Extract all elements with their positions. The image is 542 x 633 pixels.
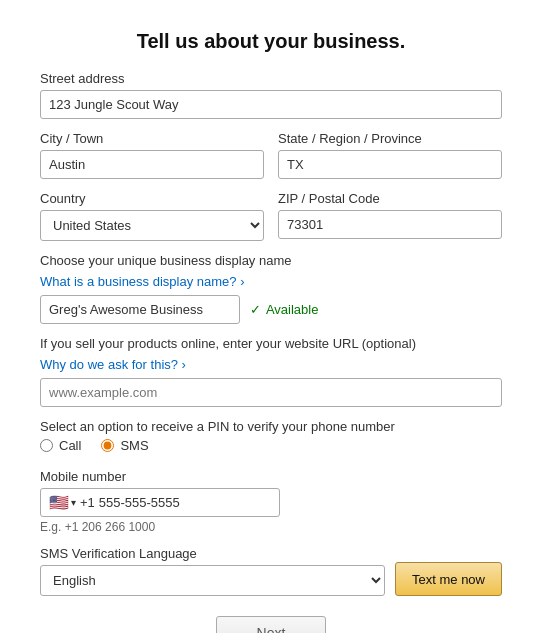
country-zip-row: Country United States Canada United King… <box>40 191 502 241</box>
phone-input[interactable] <box>99 495 271 510</box>
zip-label: ZIP / Postal Code <box>278 191 502 206</box>
website-label: If you sell your products online, enter … <box>40 336 502 351</box>
availability-status: ✓ Available <box>250 302 318 317</box>
sms-lang-row: SMS Verification Language English Spanis… <box>40 546 502 596</box>
zip-input[interactable] <box>278 210 502 239</box>
street-address-input[interactable] <box>40 90 502 119</box>
form-container: Tell us about your business. Street addr… <box>20 20 522 633</box>
pin-radio-group: Call SMS <box>40 438 502 457</box>
state-group: State / Region / Province <box>278 131 502 179</box>
country-label: Country <box>40 191 264 206</box>
city-group: City / Town <box>40 131 264 179</box>
city-state-row: City / Town State / Region / Province <box>40 131 502 179</box>
call-option[interactable]: Call <box>40 438 81 453</box>
sms-lang-select[interactable]: English Spanish French German Japanese C… <box>40 565 385 596</box>
display-name-input[interactable] <box>40 295 240 324</box>
street-address-group: Street address <box>40 71 502 119</box>
mobile-label: Mobile number <box>40 469 502 484</box>
street-address-label: Street address <box>40 71 502 86</box>
country-group: Country United States Canada United King… <box>40 191 264 241</box>
next-button[interactable]: Next <box>216 616 327 633</box>
city-input[interactable] <box>40 150 264 179</box>
check-icon: ✓ <box>250 302 261 317</box>
display-name-group: Choose your unique business display name… <box>40 253 502 324</box>
phone-input-row: 🇺🇸 ▾ +1 <box>40 488 280 517</box>
page-title: Tell us about your business. <box>40 30 502 53</box>
mobile-group: Mobile number 🇺🇸 ▾ +1 E.g. +1 206 266 10… <box>40 469 502 534</box>
phone-prefix: +1 <box>80 495 95 510</box>
phone-example: E.g. +1 206 266 1000 <box>40 520 502 534</box>
country-select[interactable]: United States Canada United Kingdom Aust… <box>40 210 264 241</box>
state-input[interactable] <box>278 150 502 179</box>
sms-lang-group: SMS Verification Language English Spanis… <box>40 546 385 596</box>
next-btn-row: Next <box>40 616 502 633</box>
pin-label: Select an option to receive a PIN to ver… <box>40 419 502 434</box>
state-label: State / Region / Province <box>278 131 502 146</box>
sms-option[interactable]: SMS <box>101 438 148 453</box>
zip-group: ZIP / Postal Code <box>278 191 502 241</box>
website-group: If you sell your products online, enter … <box>40 336 502 407</box>
city-label: City / Town <box>40 131 264 146</box>
sms-radio[interactable] <box>101 439 114 452</box>
display-name-link[interactable]: What is a business display name? › <box>40 274 244 289</box>
pin-group: Select an option to receive a PIN to ver… <box>40 419 502 457</box>
phone-country-dropdown[interactable]: ▾ <box>71 497 80 508</box>
display-name-input-row: ✓ Available <box>40 295 502 324</box>
sms-lang-label: SMS Verification Language <box>40 546 385 561</box>
call-radio[interactable] <box>40 439 53 452</box>
display-name-label: Choose your unique business display name <box>40 253 502 268</box>
website-input[interactable] <box>40 378 502 407</box>
flag-icon: 🇺🇸 <box>49 493 69 512</box>
text-me-button[interactable]: Text me now <box>395 562 502 596</box>
website-link[interactable]: Why do we ask for this? › <box>40 357 186 372</box>
